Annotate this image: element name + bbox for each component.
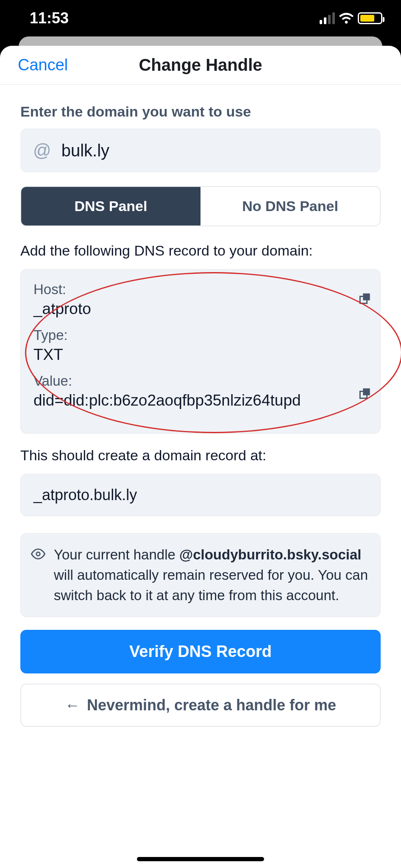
nevermind-button[interactable]: ← Nevermind, create a handle for me xyxy=(20,684,381,727)
copy-host-button[interactable] xyxy=(359,292,371,304)
eye-icon xyxy=(31,546,45,606)
notice-pre: Your current handle xyxy=(54,547,179,562)
host-label: Host: xyxy=(33,281,368,298)
copy-value-button[interactable] xyxy=(359,387,371,399)
tab-no-dns-panel[interactable]: No DNS Panel xyxy=(200,187,380,225)
value-label: Value: xyxy=(33,373,368,389)
domain-input[interactable]: @ bulk.ly xyxy=(20,128,381,172)
status-bar: 11:53 xyxy=(0,0,401,36)
record-value-box: _atproto.bulk.ly xyxy=(20,474,381,516)
domain-value: bulk.ly xyxy=(61,141,109,160)
type-value: TXT xyxy=(33,346,368,364)
wifi-icon xyxy=(339,13,354,24)
battery-icon xyxy=(358,12,382,24)
dns-record-card: Host: _atproto Type: TXT Value: did=did:… xyxy=(20,269,381,434)
notice-handle: @cloudyburrito.bsky.social xyxy=(179,547,362,562)
tab-dns-panel[interactable]: DNS Panel xyxy=(21,187,200,225)
status-indicators xyxy=(320,12,382,24)
dns-instruction: Add the following DNS record to your dom… xyxy=(20,242,381,259)
value-value: did=did:plc:b6zo2aoqfbp35nlziz64tupd xyxy=(33,392,368,409)
nav-bar: Cancel Change Handle xyxy=(0,46,401,85)
home-indicator xyxy=(137,857,264,861)
svg-point-4 xyxy=(36,552,40,556)
domain-label: Enter the domain you want to use xyxy=(20,103,381,120)
back-arrow-icon: ← xyxy=(65,696,80,714)
modal-sheet: Cancel Change Handle Enter the domain yo… xyxy=(0,46,401,868)
nevermind-label: Nevermind, create a handle for me xyxy=(87,696,336,714)
handle-reserved-notice: Your current handle @cloudyburrito.bsky.… xyxy=(20,533,381,617)
host-value: _atproto xyxy=(33,300,368,318)
notice-text: Your current handle @cloudyburrito.bsky.… xyxy=(54,545,370,606)
verify-dns-button[interactable]: Verify DNS Record xyxy=(20,630,381,673)
record-instruction: This should create a domain record at: xyxy=(20,447,381,464)
panel-segmented-control: DNS Panel No DNS Panel xyxy=(20,186,381,226)
type-label: Type: xyxy=(33,327,368,343)
cancel-button[interactable]: Cancel xyxy=(0,56,68,74)
notice-post: will automatically remain reserved for y… xyxy=(54,567,368,603)
cellular-icon xyxy=(320,12,335,24)
status-time: 11:53 xyxy=(30,9,69,27)
at-icon: @ xyxy=(33,140,51,161)
